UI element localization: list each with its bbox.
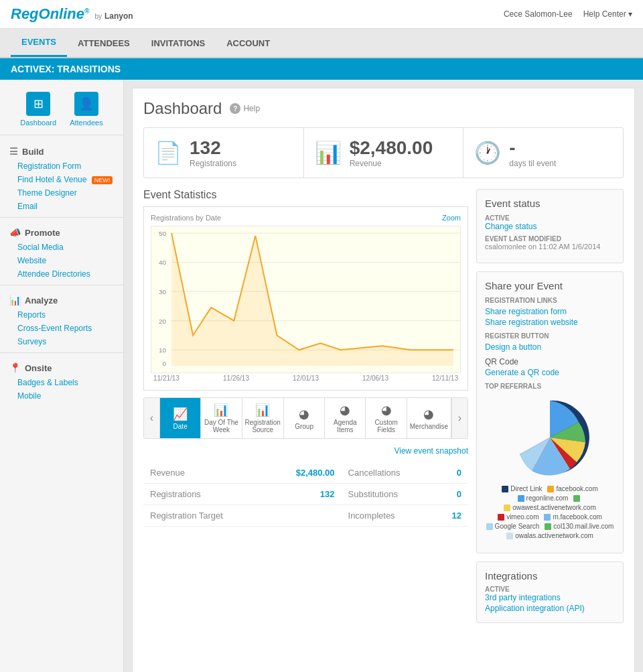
chart-tab-agenda[interactable]: ◕ Agenda Items — [325, 398, 366, 438]
stat-boxes: 📄 132 Registrations 📊 $2,480.00 Revenue … — [143, 127, 624, 178]
page-title: Dashboard — [143, 99, 222, 118]
dashboard-header: Dashboard ? Help — [143, 99, 624, 118]
share-website-link[interactable]: Share registration website — [485, 318, 615, 327]
sidebar-item-cross-event-reports[interactable]: Cross-Event Reports — [0, 322, 123, 335]
legend-dot — [504, 505, 510, 511]
chart-tab-date[interactable]: 📈 Date — [160, 398, 201, 438]
sidebar-item-attendee-directories[interactable]: Attendee Directories — [0, 267, 123, 281]
stat-registrations: 📄 132 Registrations — [144, 128, 304, 178]
svg-text:50: 50 — [159, 230, 167, 237]
pie-chart: Direct Link facebook.com regonline.com — [485, 394, 615, 539]
chart-section: Event Statistics Registrations by Date Z… — [143, 189, 468, 623]
sidebar-item-hotel-venue[interactable]: Find Hotel & Venue NEW! — [0, 173, 123, 186]
x-label-2: 12/01/13 — [293, 375, 319, 382]
days-til-value: - — [509, 137, 556, 159]
lower-layout: Event Statistics Registrations by Date Z… — [143, 189, 624, 623]
view-snapshot-link: View event snapshot — [143, 446, 468, 456]
qr-label: QR Code — [485, 357, 615, 366]
sidebar-dashboard-icon[interactable]: ⊞ Dashboard — [20, 92, 56, 127]
build-title: Build — [22, 147, 44, 157]
legend-dot — [544, 514, 551, 521]
onsite-icon: 📍 — [9, 362, 21, 373]
build-icon: ☰ — [9, 146, 18, 157]
chart-tab-group[interactable]: ◕ Group — [284, 398, 325, 438]
main-content: Dashboard ? Help 📄 132 Registrations 📊 — [124, 80, 643, 672]
revenue-val-cell: $2,480.00 — [267, 462, 341, 484]
right-sidebar: Event status ACTIVE Change status EVENT … — [476, 189, 624, 623]
design-button-link[interactable]: Design a button — [485, 342, 615, 352]
sidebar-analyze-section: 📊 Analyze — [0, 289, 123, 308]
logo-lanyon: Lanyon — [104, 11, 133, 21]
nav-account[interactable]: ACCOUNT — [216, 30, 281, 56]
view-snapshot-anchor[interactable]: View event snapshot — [394, 446, 468, 456]
onsite-title: Onsite — [25, 363, 52, 373]
registrations-label: Registrations — [190, 159, 236, 168]
chart-tab-custom[interactable]: ◕ Custom Fields — [366, 398, 407, 438]
top-right-nav: Cece Salomon-Lee Help Center ▾ — [504, 9, 632, 19]
chart-tab-day-of-week[interactable]: 📊 Day Of The Week — [201, 398, 242, 438]
nav-invitations[interactable]: INVITATIONS — [141, 30, 216, 56]
reg-button-label: REGISTER BUTTON — [485, 332, 615, 340]
user-menu[interactable]: Cece Salomon-Lee — [504, 9, 573, 19]
event-status-panel: Event status ACTIVE Change status EVENT … — [476, 189, 624, 263]
top-referrals-label: TOP REFERRALS — [485, 383, 615, 390]
registrations-value: 132 — [190, 137, 236, 159]
top-bar: RegOnline® by Lanyon Cece Salomon-Lee He… — [0, 0, 643, 29]
sidebar-item-reports[interactable]: Reports — [0, 308, 123, 322]
help-center[interactable]: Help Center ▾ — [583, 9, 632, 19]
days-til-info: - days til event — [509, 137, 556, 168]
logo-text: RegOnline® — [11, 5, 89, 23]
legend-mfacebook: m.facebook.com — [544, 513, 601, 521]
nav-events[interactable]: EVENTS — [11, 29, 67, 57]
chart-tab-merch[interactable]: ◕ Merchandise — [407, 398, 451, 438]
share-event-title: Share your Event — [485, 280, 615, 291]
main-nav: EVENTS ATTENDEES INVITATIONS ACCOUNT — [0, 29, 643, 58]
main-layout: ⊞ Dashboard 👤 Attendees ☰ Build Registra… — [0, 80, 643, 672]
reg-target-label-cell: Registration Target — [143, 505, 267, 527]
legend-vimeo: vimeo.com — [498, 513, 539, 521]
sidebar-item-email[interactable]: Email — [0, 200, 123, 213]
zoom-button[interactable]: Zoom — [442, 214, 461, 222]
sidebar-attendees-icon[interactable]: 👤 Attendees — [70, 92, 103, 127]
legend-label: Google Search — [495, 523, 540, 530]
legend-label: vimeo.com — [506, 513, 539, 521]
stat-revenue: 📊 $2,480.00 Revenue — [304, 128, 464, 178]
chart-tab-next[interactable]: › — [451, 398, 468, 438]
sidebar-item-registration-form[interactable]: Registration Form — [0, 159, 123, 173]
sidebar-item-theme-designer[interactable]: Theme Designer — [0, 186, 123, 200]
third-party-link[interactable]: 3rd party integrations — [485, 593, 615, 602]
registrations-val-cell: 132 — [267, 484, 341, 505]
chart-canvas: 50 40 30 20 10 0 — [151, 226, 461, 373]
sidebar-item-mobile[interactable]: Mobile — [0, 389, 123, 403]
sidebar-build-section: ☰ Build — [0, 141, 123, 159]
integrations-status: ACTIVE — [485, 586, 615, 593]
chart-container: Registrations by Date Zoom — [143, 206, 468, 391]
legend-label: regonline.com — [526, 494, 569, 502]
generate-qr-link[interactable]: Generate a QR code — [485, 368, 615, 377]
share-form-link[interactable]: Share registration form — [485, 307, 615, 316]
help-link[interactable]: ? Help — [230, 103, 260, 114]
share-event-panel: Share your Event REGISTRATION LINKS Shar… — [476, 271, 624, 553]
sidebar-item-badges-labels[interactable]: Badges & Labels — [0, 376, 123, 389]
table-row: Registrations 132 Substitutions 0 — [143, 484, 468, 505]
sidebar-item-website[interactable]: Website — [0, 254, 123, 267]
legend-dot — [573, 495, 580, 502]
change-status-link[interactable]: Change status — [485, 222, 615, 231]
chart-tab-reg-source[interactable]: 📊 Registration Source — [242, 398, 284, 438]
nav-attendees[interactable]: ATTENDEES — [67, 30, 141, 56]
analyze-icon: 📊 — [9, 295, 21, 306]
chart-tabs-inner: 📈 Date 📊 Day Of The Week 📊 Registration … — [160, 398, 451, 438]
sidebar-item-surveys[interactable]: Surveys — [0, 335, 123, 348]
x-label-4: 12/11/13 — [432, 375, 458, 382]
chart-tab-prev[interactable]: ‹ — [144, 398, 160, 438]
incompletes-val-cell: 12 — [435, 505, 468, 527]
tab-source-icon: 📊 — [255, 403, 270, 417]
tab-dow-icon: 📊 — [214, 403, 228, 417]
sidebar-top-icons: ⊞ Dashboard 👤 Attendees — [0, 86, 123, 135]
event-status-title: Event status — [485, 198, 615, 209]
legend-label: Direct Link — [510, 485, 542, 492]
api-link[interactable]: Application integration (API) — [485, 604, 615, 613]
cancellations-val-cell: 0 — [435, 462, 468, 484]
sidebar-item-social-media[interactable]: Social Media — [0, 241, 123, 254]
legend-dot — [498, 514, 504, 521]
